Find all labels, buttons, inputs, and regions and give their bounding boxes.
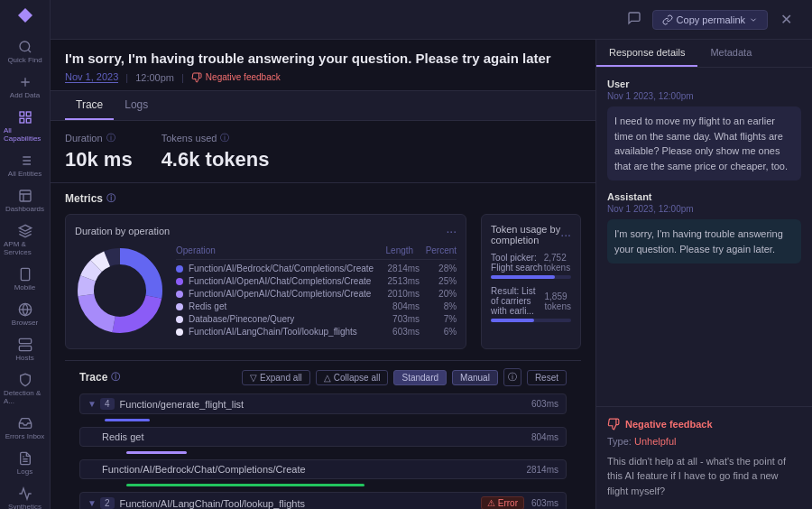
sidebar-label: Detection & A... [4,389,46,405]
close-button[interactable]: ✕ [775,9,798,30]
feedback-type-value: Unhelpful [634,436,676,447]
file-text-icon [18,451,32,466]
sidebar-label: Browser [12,319,38,327]
sidebar-label: All Entities [8,170,42,178]
trace-help-button[interactable]: ⓘ [503,368,521,386]
feedback-header: Negative feedback [607,418,801,430]
trace-bar-row [79,482,567,490]
svg-rect-6 [20,190,31,201]
tab-logs[interactable]: Logs [114,91,159,120]
svg-marker-7 [19,225,31,231]
trace-row[interactable]: Function/AI/Bedrock/Chat/Completions/Cre… [79,459,567,479]
sidebar-item-detection[interactable]: Detection & A... [0,367,50,411]
meta-row: Nov 1, 2023 | 12:00pm | Negative feedbac… [65,71,581,83]
duration-value: 10k ms [65,148,133,171]
sidebar-item-all-capabilities[interactable]: All Capabilities [0,105,50,148]
trace-row[interactable]: ▼ 2 Function/AI/LangChain/Tool/lookup_fl… [79,492,567,509]
assistant-role: Assistant [607,191,801,202]
trace-row-name: Function/AI/Bedrock/Chat/Completions/Cre… [102,464,519,475]
trace-row[interactable]: Redis get 804ms [79,427,567,447]
token-bar-fill-1 [491,275,555,279]
meta-time: 12:00pm [135,72,174,83]
sidebar-label: APM & Services [4,240,46,256]
sidebar-label: Dashboards [5,205,44,213]
expand-all-button[interactable]: ▽ Expand all [242,370,310,385]
svg-rect-2 [20,112,24,116]
list-item: Function/AI/Bedrock/Chat/Completions/Cre… [176,264,457,273]
user-time: Nov 1 2023, 12:00pm [607,91,801,101]
stats-row: Duration ⓘ 10k ms Tokens used ⓘ 4.6k tok… [51,121,595,183]
tab-bar: Trace Logs [51,91,595,121]
shield-icon [18,373,32,387]
duration-card-title: Duration by operation [75,226,170,236]
token-bar-fill-2 [491,319,534,322]
info-icon2[interactable]: ⓘ [220,132,229,144]
info-icon3[interactable]: ⓘ [106,192,115,205]
meta-date[interactable]: Nov 1, 2023 [65,71,118,83]
tokens-label: Tokens used ⓘ [161,132,270,144]
user-bubble: I need to move my flight to an earlier t… [607,106,801,180]
trace-row[interactable]: ▼ 4 Function/generate_flight_list 603ms [79,393,567,414]
sidebar-item-synthetics[interactable]: Synthetics [0,481,50,509]
standard-view-button[interactable]: Standard [393,370,447,385]
copy-permalink-button[interactable]: Copy permalink [652,10,768,30]
sidebar-item-all-entities[interactable]: All Entities [0,148,50,183]
svg-marker-0 [18,8,32,23]
token-card-menu[interactable]: ··· [560,227,571,242]
reset-button[interactable]: Reset [527,370,567,385]
info-icon[interactable]: ⓘ [106,132,115,144]
trace-bar-row [79,417,567,425]
thumbs-down-icon [607,418,620,430]
metrics-grid: Duration by operation ··· [65,214,581,349]
metrics-title: Metrics ⓘ [65,192,581,205]
list-icon [18,153,32,168]
donut-chart [75,245,165,336]
sidebar-item-browser[interactable]: Browser [0,297,50,332]
feedback-comment: This didn't help at all - what's the poi… [607,454,801,499]
sidebar-item-dashboards[interactable]: Dashboards [0,183,50,218]
feedback-label: Negative feedback [625,419,713,430]
meta-separator2: | [181,72,184,83]
sidebar: Quick Find Add Data All Capabilities All… [0,0,51,509]
sidebar-item-logs[interactable]: Logs [0,446,50,481]
tab-trace[interactable]: Trace [65,91,114,120]
sidebar-item-hosts[interactable]: Hosts [0,332,50,367]
sidebar-item-mobile[interactable]: Mobile [0,262,50,297]
assistant-bubble: I'm sorry, I'm having trouble answering … [607,219,801,264]
error-badge: ⚠ Error [481,496,524,509]
sidebar-label: Synthetics [8,503,42,509]
feedback-section: Negative feedback Type: Unhelpful This d… [596,406,812,510]
trace-row-time: 603ms [524,498,558,508]
server-icon [18,338,32,352]
trace-bar [105,419,150,421]
tab-response-details[interactable]: Response details [596,40,697,67]
sidebar-item-quick-find[interactable]: Quick Find [0,34,50,69]
trace-row-time: 804ms [524,432,558,442]
duration-card-menu[interactable]: ··· [446,224,457,238]
tab-metadata[interactable]: Metadata [697,40,764,67]
user-role: User [607,79,801,89]
feedback-type-row: Type: Unhelpful [607,436,801,447]
feedback-icon-btn[interactable] [623,7,645,32]
left-panel: I'm sorry, I'm having trouble answering … [51,40,595,509]
sidebar-item-errors[interactable]: Errors Inbox [0,411,50,446]
sidebar-label: Hosts [15,354,33,362]
sidebar-label: Errors Inbox [5,432,45,440]
right-tab-bar: Response details Metadata [596,40,812,68]
duration-card: Duration by operation ··· [65,214,466,349]
header-section: I'm sorry, I'm having trouble answering … [51,40,595,91]
chevron-icon: ▼ [88,399,97,409]
trace-title: Trace ⓘ [79,371,120,384]
assistant-time: Nov 1 2023, 12:00pm [607,204,801,214]
trace-info-icon[interactable]: ⓘ [111,371,120,384]
collapse-all-button[interactable]: △ Collapse all [316,370,389,385]
token-label-2: Result: List of carriers with earli... [491,286,544,316]
content-area: I'm sorry, I'm having trouble answering … [51,40,812,509]
topbar: Copy permalink ✕ [51,0,812,40]
trace-row-name: Redis get [102,431,524,442]
sidebar-item-apm[interactable]: APM & Services [0,218,50,262]
sidebar-item-add-data[interactable]: Add Data [0,69,50,105]
inbox-icon [18,416,32,430]
trace-row-name: Function/AI/LangChain/Tool/lookup_flight… [120,498,475,509]
manual-view-button[interactable]: Manual [452,370,498,385]
